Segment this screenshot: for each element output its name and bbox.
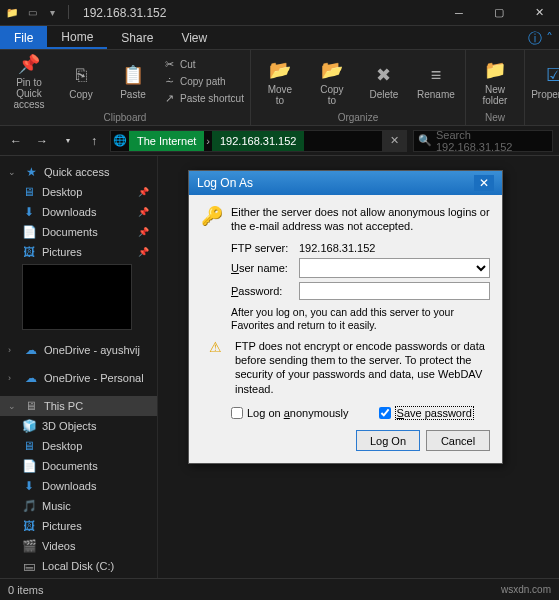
copyto-button[interactable]: 📂Copy to: [309, 54, 355, 110]
documents-icon: 📄: [22, 459, 36, 473]
onedrive-icon: ☁: [24, 371, 38, 385]
dialog-message: Either the server does not allow anonymo…: [231, 205, 490, 234]
breadcrumb-ip[interactable]: 192.168.31.152: [212, 131, 304, 151]
sidebar-newvolume-d[interactable]: 🖴New Volume (D:): [0, 576, 157, 578]
rename-icon: ≡: [424, 63, 448, 87]
recent-button[interactable]: ▾: [58, 131, 78, 151]
minimize-button[interactable]: ─: [439, 0, 479, 26]
pin-icon: 📌: [138, 247, 149, 257]
desktop-icon: 🖥: [22, 439, 36, 453]
address-stop-button[interactable]: ✕: [382, 131, 406, 151]
newfolder-icon: 📁: [483, 58, 507, 82]
password-field[interactable]: [299, 282, 490, 300]
group-organize-label: Organize: [257, 111, 459, 123]
properties-icon: ☑: [542, 63, 559, 87]
pictures-icon: 🖼: [22, 245, 36, 259]
dialog-warning: FTP does not encrypt or encode passwords…: [235, 339, 490, 396]
videos-icon: 🎬: [22, 539, 36, 553]
copy-icon: ⎘: [69, 63, 93, 87]
back-button[interactable]: ←: [6, 131, 26, 151]
anonymous-checkbox[interactable]: Log on anonymously: [231, 407, 349, 419]
cancel-button[interactable]: Cancel: [426, 430, 490, 451]
newfolder-button[interactable]: 📁New folder: [472, 54, 518, 110]
pin-icon: 📌: [138, 227, 149, 237]
address-bar[interactable]: 🌐 The Internet › 192.168.31.152 ✕: [110, 130, 407, 152]
up-button[interactable]: ↑: [84, 131, 104, 151]
copy-button[interactable]: ⎘Copy: [58, 54, 104, 110]
copypath-button[interactable]: ⩪Copy path: [162, 75, 244, 89]
logon-button[interactable]: Log On: [356, 430, 420, 451]
close-button[interactable]: ✕: [519, 0, 559, 26]
sidebar-desktop[interactable]: 🖥Desktop📌: [0, 182, 157, 202]
warning-icon: ⚠: [209, 339, 227, 355]
sidebar-pictures[interactable]: 🖼Pictures📌: [0, 242, 157, 262]
music-icon: 🎵: [22, 499, 36, 513]
sidebar-localdisk-c[interactable]: 🖴Local Disk (C:): [0, 556, 157, 576]
username-field[interactable]: [299, 258, 490, 278]
watermark: wsxdn.com: [501, 584, 551, 595]
pin-icon: 📌: [138, 187, 149, 197]
dialog-close-button[interactable]: ✕: [474, 175, 494, 191]
pin-icon: 📌: [17, 53, 41, 75]
paste-icon: 📋: [121, 63, 145, 87]
pin-quickaccess-button[interactable]: 📌Pin to Quick access: [6, 54, 52, 110]
pin-icon: 📌: [138, 207, 149, 217]
sidebar-onedrive-ayushvij[interactable]: ›☁OneDrive - ayushvij: [0, 340, 157, 360]
pasteshortcut-button[interactable]: ↗Paste shortcut: [162, 92, 244, 106]
forward-button[interactable]: →: [32, 131, 52, 151]
window-title: 192.168.31.152: [77, 6, 439, 20]
3d-icon: 🧊: [22, 419, 36, 433]
pictures-icon: 🖼: [22, 519, 36, 533]
copyto-icon: 📂: [320, 58, 344, 82]
explorer-icon: 📁: [4, 5, 20, 21]
sidebar-pictures2[interactable]: 🖼Pictures: [0, 516, 157, 536]
sidebar-thispc[interactable]: ⌄🖥This PC: [0, 396, 157, 416]
sidebar-downloads[interactable]: ⬇Downloads📌: [0, 202, 157, 222]
tab-file[interactable]: File: [0, 26, 47, 49]
qat-properties-icon[interactable]: ▭: [24, 5, 40, 21]
chevron-right-icon[interactable]: ›: [204, 131, 212, 151]
breadcrumb-internet[interactable]: The Internet: [129, 131, 204, 151]
copypath-icon: ⩪: [162, 75, 176, 89]
delete-button[interactable]: ✖Delete: [361, 54, 407, 110]
cut-button[interactable]: ✂Cut: [162, 58, 244, 72]
delete-icon: ✖: [372, 63, 396, 87]
star-icon: ★: [24, 165, 38, 179]
cut-icon: ✂: [162, 58, 176, 72]
search-input[interactable]: 🔍 Search 192.168.31.152: [413, 130, 553, 152]
pc-icon: 🖥: [24, 399, 38, 413]
sidebar-documents[interactable]: 📄Documents📌: [0, 222, 157, 242]
moveto-button[interactable]: 📂Move to: [257, 54, 303, 110]
sidebar-downloads2[interactable]: ⬇Downloads: [0, 476, 157, 496]
tab-view[interactable]: View: [167, 26, 221, 49]
paste-button[interactable]: 📋Paste: [110, 54, 156, 110]
tab-share[interactable]: Share: [107, 26, 167, 49]
tab-home[interactable]: Home: [47, 26, 107, 49]
documents-icon: 📄: [22, 225, 36, 239]
sidebar-quickaccess[interactable]: ⌄★Quick access: [0, 162, 157, 182]
help-icon[interactable]: ⓘ ˄: [528, 30, 553, 48]
sidebar-music[interactable]: 🎵Music: [0, 496, 157, 516]
rename-button[interactable]: ≡Rename: [413, 54, 459, 110]
ftpserver-label: FTP server:: [231, 242, 293, 254]
logon-dialog: Log On As ✕ 🔑 Either the server does not…: [188, 170, 503, 464]
maximize-button[interactable]: ▢: [479, 0, 519, 26]
sidebar-videos[interactable]: 🎬Videos: [0, 536, 157, 556]
downloads-icon: ⬇: [22, 205, 36, 219]
password-label: Password:: [231, 285, 293, 297]
properties-button[interactable]: ☑Properties: [531, 54, 559, 110]
sidebar-desktop2[interactable]: 🖥Desktop: [0, 436, 157, 456]
key-icon: 🔑: [201, 205, 223, 227]
downloads-icon: ⬇: [22, 479, 36, 493]
savepassword-checkbox[interactable]: Save password: [379, 406, 474, 420]
dialog-note: After you log on, you can add this serve…: [231, 306, 490, 333]
group-clipboard-label: Clipboard: [6, 111, 244, 123]
sidebar-onedrive-personal[interactable]: ›☁OneDrive - Personal: [0, 368, 157, 388]
disk-icon: 🖴: [22, 559, 36, 573]
sidebar-documents2[interactable]: 📄Documents: [0, 456, 157, 476]
globe-icon[interactable]: 🌐: [111, 131, 129, 151]
sidebar-3dobjects[interactable]: 🧊3D Objects: [0, 416, 157, 436]
navigation-tree[interactable]: ⌄★Quick access 🖥Desktop📌 ⬇Downloads📌 📄Do…: [0, 156, 158, 578]
sidebar-thumbnail[interactable]: [22, 264, 132, 330]
qat-newfolder-icon[interactable]: ▾: [44, 5, 60, 21]
